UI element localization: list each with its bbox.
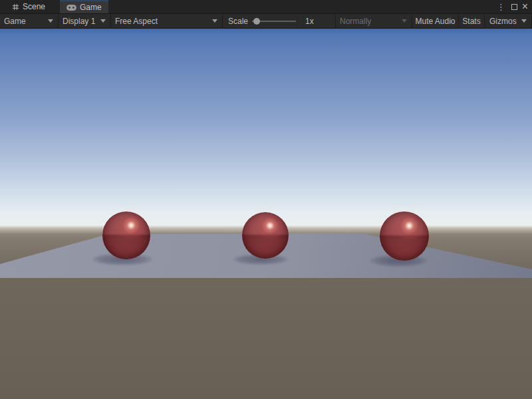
stats-button[interactable]: Stats: [459, 14, 485, 28]
display-dropdown[interactable]: Display 1: [59, 14, 111, 28]
red-sphere: [380, 211, 429, 261]
tab-scene-label: Scene: [23, 2, 45, 11]
play-mode-dropdown: Normally: [336, 14, 412, 28]
close-icon[interactable]: ×: [522, 1, 528, 12]
gizmos-label: Gizmos: [485, 17, 517, 26]
tab-bar: Scene Game ⋮ ×: [0, 0, 532, 14]
scale-slider[interactable]: [252, 18, 299, 25]
mute-audio-button[interactable]: Mute Audio: [412, 14, 459, 28]
scale-value: 1x: [305, 17, 314, 26]
game-mode-dropdown[interactable]: Game: [0, 14, 59, 28]
tab-game-label: Game: [80, 3, 102, 12]
kebab-menu-icon[interactable]: ⋮: [495, 3, 507, 11]
display-label: Display 1: [59, 17, 95, 26]
red-sphere: [102, 211, 150, 259]
maximize-icon[interactable]: [511, 4, 517, 10]
scale-control: Scale 1x: [223, 14, 336, 28]
stats-label: Stats: [462, 17, 480, 26]
mute-audio-label: Mute Audio: [415, 17, 455, 26]
chevron-down-icon: [212, 19, 217, 23]
tab-scene[interactable]: Scene: [5, 0, 52, 13]
window-controls: ⋮ ×: [495, 0, 532, 13]
red-sphere: [242, 212, 289, 259]
chevron-down-icon: [402, 19, 407, 23]
chevron-down-icon: [48, 19, 53, 23]
scale-slider-thumb[interactable]: [253, 18, 260, 25]
game-view-toolbar: Game Display 1 Free Aspect Scale 1x Norm…: [0, 14, 532, 29]
play-mode-label: Normally: [336, 17, 371, 26]
chevron-down-icon: [100, 19, 106, 23]
game-mode-label: Game: [0, 17, 26, 26]
sky-gradient: [0, 29, 532, 225]
gizmos-dropdown[interactable]: Gizmos: [485, 14, 532, 28]
grid-icon: [12, 3, 19, 11]
gamepad-icon: [66, 5, 76, 11]
scale-label: Scale: [223, 17, 248, 26]
chevron-down-icon: [521, 19, 527, 23]
aspect-ratio-label: Free Aspect: [111, 17, 158, 26]
tab-game[interactable]: Game: [60, 0, 108, 13]
game-viewport[interactable]: [0, 29, 532, 399]
aspect-ratio-dropdown[interactable]: Free Aspect: [111, 14, 223, 28]
